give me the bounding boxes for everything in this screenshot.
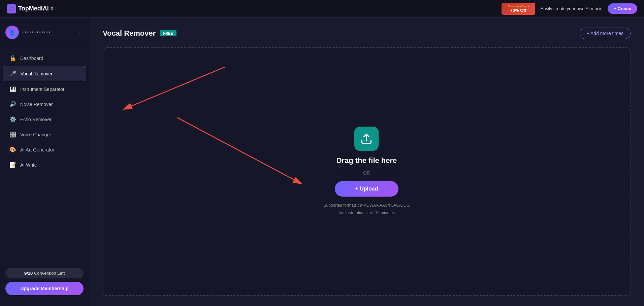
header-right: Christmas Deals 70% Off Easily create yo… <box>502 3 637 15</box>
vocal-remover-icon: 🎤 <box>10 70 17 77</box>
sidebar: 👤 •••••••••••• ⬚ 🔒 Dashboard 🎤 Vocal Rem… <box>0 18 89 306</box>
sidebar-item-ai-art-generator[interactable]: 🎨 AI Art Generator <box>3 142 86 157</box>
voice-changer-icon: 🎛️ <box>9 131 16 138</box>
noise-remover-icon: 🔊 <box>9 101 16 107</box>
main-content: Vocal Remover FREE + Add more times Drag… <box>89 18 644 306</box>
christmas-deal-text: Christmas Deals <box>508 5 529 8</box>
echo-remover-icon: ⚙️ <box>9 116 16 123</box>
logo-registered: ® <box>51 7 53 10</box>
upgrade-button[interactable]: Upgrade Membership <box>5 282 84 295</box>
sidebar-item-echo-remover[interactable]: ⚙️ Echo Remover <box>3 112 86 127</box>
svg-line-2 <box>123 67 225 110</box>
sidebar-label-dashboard: Dashboard <box>20 56 43 61</box>
sidebar-label-ai-art: AI Art Generator <box>20 147 54 152</box>
avatar: 👤 <box>5 26 19 39</box>
sidebar-item-noise-remover[interactable]: 🔊 Noise Remover <box>3 97 86 111</box>
drop-zone[interactable]: Drag the file here OR + Upload Supported… <box>103 47 631 296</box>
logout-icon[interactable]: ⬚ <box>78 29 84 36</box>
page-title: Vocal Remover <box>103 29 156 38</box>
sidebar-nav: 🔒 Dashboard 🎤 Vocal Remover 🎹 Instrument… <box>0 50 89 173</box>
ai-music-text: Easily create your own AI music <box>541 6 603 11</box>
sidebar-item-voice-changer[interactable]: 🎛️ Voice Changer <box>3 127 86 142</box>
logo-icon: 🎵 <box>7 4 16 13</box>
or-divider: OR <box>333 170 400 176</box>
sidebar-label-noise-remover: Noise Remover <box>20 102 53 107</box>
sidebar-label-instrument-separator: Instrument Separator <box>20 87 65 92</box>
christmas-banner[interactable]: Christmas Deals 70% Off <box>502 3 535 15</box>
logo: 🎵 TopMediAi® <box>7 4 53 13</box>
sidebar-label-vocal-remover: Vocal Remover <box>21 71 53 76</box>
create-button[interactable]: + Create <box>608 3 637 14</box>
supported-formats: Supported formats : MP3/WAV/AAC/FLAC/OGG <box>323 202 410 209</box>
sidebar-item-ai-write[interactable]: 📝 AI Write <box>3 158 86 172</box>
body-layout: 👤 •••••••••••• ⬚ 🔒 Dashboard 🎤 Vocal Rem… <box>0 18 644 306</box>
free-badge: FREE <box>160 30 176 36</box>
svg-line-3 <box>177 117 302 184</box>
dashboard-icon: 🔒 <box>9 55 16 61</box>
upload-button[interactable]: + Upload <box>335 181 398 197</box>
sidebar-label-voice-changer: Voice Changer <box>20 132 51 137</box>
instrument-separator-icon: 🎹 <box>9 86 16 92</box>
duration-limit: Audio duration limit: 15 minutes <box>323 209 410 217</box>
page-title-area: Vocal Remover FREE <box>103 29 176 38</box>
christmas-percent: 70% Off <box>510 8 526 13</box>
ai-art-icon: 🎨 <box>9 146 16 153</box>
sidebar-bottom: 9/10 Conversion Left Upgrade Membership <box>0 263 89 301</box>
formats-text: Supported formats : MP3/WAV/AAC/FLAC/OGG… <box>323 202 410 216</box>
or-text: OR <box>363 170 370 176</box>
ai-write-icon: 📝 <box>9 162 16 168</box>
sidebar-label-ai-write: AI Write <box>20 162 37 168</box>
user-section: 👤 •••••••••••• ⬚ <box>0 23 89 46</box>
drag-text: Drag the file here <box>336 156 397 165</box>
user-name: •••••••••••• <box>22 30 75 35</box>
add-times-button[interactable]: + Add more times <box>580 28 631 39</box>
sidebar-item-vocal-remover[interactable]: 🎤 Vocal Remover <box>3 66 86 81</box>
sidebar-item-dashboard[interactable]: 🔒 Dashboard <box>3 51 86 65</box>
page-header: Vocal Remover FREE + Add more times <box>103 28 631 39</box>
upload-icon-box <box>354 127 379 151</box>
drop-zone-content: Drag the file here OR + Upload Supported… <box>323 127 410 216</box>
header: 🎵 TopMediAi® Christmas Deals 70% Off Eas… <box>0 0 644 18</box>
upload-file-icon <box>360 133 373 145</box>
sidebar-item-instrument-separator[interactable]: 🎹 Instrument Separator <box>3 82 86 96</box>
conversion-left: 9/10 Conversion Left <box>5 268 84 278</box>
logo-text: TopMediAi <box>18 5 49 12</box>
sidebar-label-echo-remover: Echo Remover <box>20 117 52 122</box>
